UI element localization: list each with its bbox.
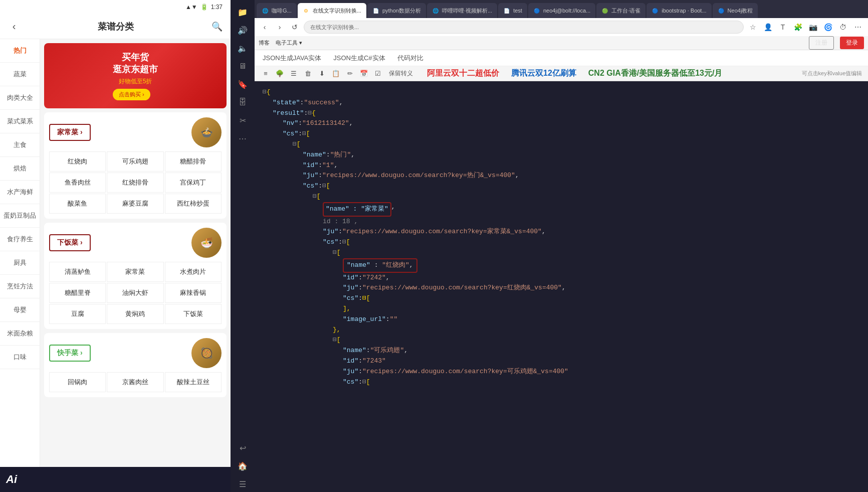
sidebar-item-vegetables[interactable]: 蔬菜 <box>0 63 40 86</box>
subnav-json-csharp[interactable]: JSON生成C#实体 <box>333 52 385 65</box>
sidebar-item-cooking[interactable]: 烹饪方法 <box>0 275 40 298</box>
bookmark-icon[interactable]: 🔖 <box>235 76 251 92</box>
layers-icon[interactable]: ☰ <box>235 476 251 492</box>
profile-icon[interactable]: 👤 <box>762 21 774 33</box>
tab-bilibili[interactable]: 🌐 哔哩哔哩·视频解析... <box>427 3 497 18</box>
subnav-code-diff[interactable]: 代码对比 <box>397 52 423 65</box>
sidebar-item-dairy[interactable]: 蛋奶豆制品 <box>0 204 40 228</box>
pencil-icon[interactable]: ✏ <box>345 69 355 79</box>
translate-icon[interactable]: T <box>777 21 789 33</box>
more-icon[interactable]: ⋯ <box>235 130 251 146</box>
tab-ibootstrap[interactable]: 🔵 ibootstrap · Boot... <box>646 3 711 18</box>
monitor-icon[interactable]: 🖥 <box>235 58 251 74</box>
sidebar-item-taste[interactable]: 口味 <box>0 346 40 369</box>
item-qingzhengluyu[interactable]: 清蒸鲈鱼 <box>49 262 106 282</box>
item-jingjiangroupusi[interactable]: 京酱肉丝 <box>107 372 163 392</box>
collapse-cs-kele[interactable]: ⊟ <box>362 377 366 388</box>
format-icon[interactable]: ≡ <box>261 69 271 79</box>
bookmark-blog[interactable]: 博客 <box>259 39 270 47</box>
database-icon[interactable]: 🗄 <box>235 94 251 110</box>
item-kelejiyi[interactable]: 可乐鸡翅 <box>107 151 163 172</box>
tab-coffee[interactable]: 🌐 咖啡G... <box>257 3 297 18</box>
item-gongbaojiding[interactable]: 宫保鸡丁 <box>165 173 222 193</box>
item-mapodoufu[interactable]: 麻婆豆腐 <box>107 194 163 214</box>
item-suancaiyu[interactable]: 酸菜鱼 <box>49 194 106 214</box>
delete-icon[interactable]: 🗑 <box>303 69 313 79</box>
sidebar-item-baby[interactable]: 母婴 <box>0 298 40 322</box>
item-jiachang2[interactable]: 家常菜 <box>107 262 163 282</box>
collapse-cs-sub[interactable]: ⊟ <box>322 181 326 192</box>
tree-icon[interactable]: 🌳 <box>275 69 285 79</box>
ad-cn2[interactable]: CN2 GIA香港/美国服务器低至13元/月 <box>588 68 723 79</box>
forward-button[interactable]: › <box>274 21 286 33</box>
collapse-kele[interactable]: ⊟ <box>333 335 337 346</box>
star-button[interactable]: ☆ <box>747 21 759 33</box>
volume-icon[interactable]: 🔊 <box>235 22 251 38</box>
subnav-json-java[interactable]: JSON生成JAVA实体 <box>263 52 321 65</box>
timer-icon[interactable]: ⏱ <box>837 21 849 33</box>
kuaishoucai-btn[interactable]: 快手菜 › <box>49 345 91 362</box>
refresh-button[interactable]: ↺ <box>289 21 301 33</box>
item-huiguorou[interactable]: 回锅肉 <box>49 372 106 392</box>
sidebar-item-cuisine[interactable]: 菜式菜系 <box>0 110 40 133</box>
item-doufu[interactable]: 豆腐 <box>49 304 106 324</box>
item-hongshaopaig[interactable]: 红烧排骨 <box>107 173 163 193</box>
sidebar-item-seafood[interactable]: 水产海鲜 <box>0 181 40 204</box>
home-icon[interactable]: 🏠 <box>235 458 251 474</box>
explorer-icon[interactable]: 📁 <box>235 4 251 20</box>
item-malaiguangkuo[interactable]: 麻辣香锅 <box>165 283 222 303</box>
banner-cta[interactable]: 点击购买 › <box>113 89 150 100</box>
collapse-jiachang[interactable]: ⊟ <box>313 192 317 202</box>
calendar-icon[interactable]: 📅 <box>359 69 369 79</box>
register-button[interactable]: 注册 <box>809 36 834 50</box>
back-arrow-icon[interactable]: ↩ <box>235 440 251 456</box>
scissors-icon[interactable]: ✂ <box>235 112 251 128</box>
collapse-hongshaorou[interactable]: ⊟ <box>333 248 337 258</box>
bookmark-tools[interactable]: 电子工具 ▾ <box>276 39 302 47</box>
tab-neo4j-tutorial[interactable]: 🔵 Neo4j教程 <box>713 3 758 18</box>
volume2-icon[interactable]: 🔈 <box>235 40 251 56</box>
collapse-root[interactable]: ⊟ <box>263 87 267 98</box>
item-huangmenji[interactable]: 黄焖鸡 <box>107 304 163 324</box>
banner[interactable]: 买年货逛京东超市 好物低至5折 点击购买 › <box>44 43 227 108</box>
item-youmendaxia[interactable]: 油焖大虾 <box>107 283 163 303</box>
tab-test[interactable]: 📄 test <box>498 3 527 18</box>
jiachang-btn[interactable]: 家常菜 › <box>49 124 91 141</box>
sidebar-item-baking[interactable]: 烘焙 <box>0 157 40 181</box>
list-icon[interactable]: ☰ <box>289 69 299 79</box>
tab-yuque[interactable]: 🟢 工作台·语雀 <box>596 3 645 18</box>
sidebar-item-meat[interactable]: 肉类大全 <box>0 86 40 110</box>
sidebar-item-hot[interactable]: 热门 <box>0 39 40 63</box>
back-button[interactable]: ‹ <box>8 21 20 33</box>
item-shuizhuroupi[interactable]: 水煮肉片 <box>165 262 222 282</box>
item-yuxiangrousi[interactable]: 鱼香肉丝 <box>49 173 106 193</box>
screenshot-icon[interactable]: 📷 <box>807 21 819 33</box>
address-bar[interactable]: 在线文字识别转换... <box>304 21 744 34</box>
ad-aliyun[interactable]: 阿里云双十二超低价 <box>427 68 499 79</box>
xiafancai-btn[interactable]: 下饭菜 › <box>49 234 91 251</box>
item-tangcupaigu[interactable]: 糖醋排骨 <box>165 151 222 172</box>
edge-icon[interactable]: 🌀 <box>822 21 834 33</box>
sidebar-item-staple[interactable]: 主食 <box>0 133 40 157</box>
collapse-cs0[interactable]: ⊟ <box>293 139 297 150</box>
tab-python[interactable]: 📄 python数据分析 <box>367 3 426 18</box>
tab-ocr[interactable]: ⚙ 在线文字识别转换... <box>298 3 366 18</box>
collapse-result[interactable]: ⊟ <box>308 108 312 119</box>
item-suanlatudousi[interactable]: 酸辣土豆丝 <box>165 372 222 392</box>
item-hongshaorou[interactable]: 红烧肉 <box>49 151 106 172</box>
copy-icon[interactable]: 📋 <box>331 69 341 79</box>
sidebar-item-grains[interactable]: 米面杂粮 <box>0 322 40 346</box>
puzzle-icon[interactable]: 🧩 <box>792 21 804 33</box>
ad-tencent[interactable]: 腾讯云双12亿刷算 <box>511 68 576 79</box>
item-xihongshi[interactable]: 西红柿炒蛋 <box>165 194 222 214</box>
checkbox-icon[interactable]: ☑ <box>373 69 383 79</box>
back-button[interactable]: ‹ <box>259 21 271 33</box>
item-xiafancai2[interactable]: 下饭菜 <box>165 304 222 324</box>
item-tangculiji[interactable]: 糖醋里脊 <box>49 283 106 303</box>
sidebar-item-tools[interactable]: 厨具 <box>0 251 40 275</box>
download-icon[interactable]: ⬇ <box>317 69 327 79</box>
login-button[interactable]: 登录 <box>840 37 864 49</box>
sidebar-item-health[interactable]: 食疗养生 <box>0 228 40 251</box>
tab-neo4j[interactable]: 🔵 neo4j@bolt://loca... <box>528 3 595 18</box>
menu-button[interactable]: ⋯ <box>852 21 864 33</box>
